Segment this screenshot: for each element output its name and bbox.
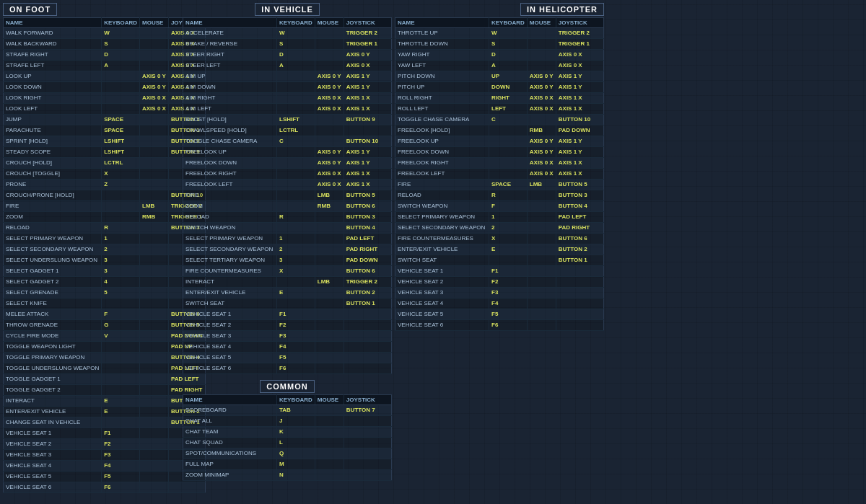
- table-cell: VEHICLE SEAT 1: [183, 309, 277, 320]
- table-cell: CHAT SQUAD: [183, 438, 277, 448]
- table-cell: [315, 320, 344, 331]
- table-row: STRAFE LEFTAAXIS 0 X: [4, 61, 206, 71]
- table-cell: F3: [489, 288, 528, 299]
- table-row: RELOADRBUTTON 3: [4, 223, 206, 234]
- table-cell: WALK FORWARD: [4, 28, 102, 39]
- table-row: SELECT GRENADE5: [4, 288, 206, 299]
- table-cell: FIRE: [395, 180, 489, 190]
- table-cell: [527, 201, 556, 212]
- table-cell: [140, 353, 169, 363]
- table-cell: RMB: [140, 212, 169, 223]
- table-cell: BUTTON 5: [344, 190, 391, 201]
- in-heli-col-mouse: MOUSE: [527, 18, 556, 28]
- table-cell: [315, 342, 344, 353]
- table-cell: [140, 266, 169, 277]
- table-cell: 3: [277, 255, 315, 266]
- table-cell: [140, 428, 169, 439]
- common-col-mouse: MOUSE: [315, 395, 344, 405]
- table-cell: [344, 459, 391, 470]
- table-cell: [344, 448, 391, 459]
- table-row: RELOADRBUTTON 3: [395, 190, 604, 201]
- table-cell: [556, 266, 603, 277]
- table-cell: G: [102, 320, 140, 331]
- on-foot-col-mouse: MOUSE: [140, 18, 169, 28]
- table-row: FULL MAPM: [183, 459, 392, 470]
- table-cell: THROTTLE UP: [395, 28, 489, 39]
- table-cell: AXIS 0 Y: [315, 147, 344, 158]
- table-row: ACCELERATEWTRIGGER 2: [183, 28, 392, 39]
- table-cell: LOOK RIGHT: [4, 93, 102, 104]
- table-cell: F5: [489, 309, 528, 320]
- table-cell: [527, 61, 556, 71]
- table-cell: F4: [489, 299, 528, 309]
- table-row: LOOK LEFTAXIS 0 XAXIS 1 X: [4, 104, 206, 115]
- table-cell: S: [277, 39, 315, 50]
- table-cell: FIRE COUNTERMEASURES: [395, 234, 489, 244]
- table-row: SELECT GADGET 13: [4, 266, 206, 277]
- table-cell: AXIS 1 Y: [344, 147, 391, 158]
- table-cell: [140, 331, 169, 342]
- table-cell: [556, 277, 603, 288]
- table-cell: S: [102, 39, 140, 50]
- table-cell: 1: [489, 212, 528, 223]
- table-row: CHAT TEAMK: [183, 427, 392, 438]
- table-cell: W: [102, 28, 140, 39]
- table-cell: 4: [102, 277, 140, 288]
- table-cell: THROTTLE DOWN: [395, 39, 489, 50]
- table-cell: AXIS 0 Y: [315, 158, 344, 169]
- table-cell: [277, 104, 315, 115]
- table-cell: [277, 147, 315, 158]
- table-cell: SELECT GADGET 2: [4, 277, 102, 288]
- table-cell: X: [489, 234, 528, 244]
- table-cell: BUTTON 2: [344, 288, 391, 299]
- table-cell: [315, 448, 344, 459]
- table-row: SWITCH WEAPONBUTTON 4: [183, 223, 392, 234]
- table-cell: F3: [102, 450, 140, 461]
- table-row: SELECT PRIMARY WEAPON1: [4, 234, 206, 244]
- table-cell: X: [102, 169, 140, 180]
- table-cell: [277, 158, 315, 169]
- table-cell: PRONE: [4, 180, 102, 190]
- table-row: VEHICLE SEAT 3F3: [4, 450, 206, 461]
- table-cell: AXIS 0 X: [344, 61, 391, 71]
- table-cell: [315, 299, 344, 309]
- table-cell: AXIS 1 X: [344, 180, 391, 190]
- table-row: ZOOM MINIMAPN: [183, 470, 392, 481]
- table-cell: AXIS 0 X: [140, 93, 169, 104]
- table-cell: VEHICLE SEAT 6: [183, 363, 277, 374]
- table-cell: E: [489, 244, 528, 255]
- table-cell: W: [277, 28, 315, 39]
- table-row: VEHICLE SEAT 6F6: [4, 482, 206, 493]
- table-cell: 1: [277, 234, 315, 244]
- table-cell: VEHICLE SEAT 3: [4, 450, 102, 461]
- table-cell: AXIS 0 Y: [344, 50, 391, 61]
- table-cell: K: [277, 427, 315, 438]
- table-cell: ZOOM: [4, 212, 102, 223]
- table-cell: A: [277, 61, 315, 71]
- in-heli-col-keyboard: KEYBOARD: [489, 18, 528, 28]
- table-row: ROLL LEFTLEFTAXIS 0 XAXIS 1 X: [395, 104, 604, 115]
- table-cell: AXIS 1 X: [344, 104, 391, 115]
- in-helicopter-table: NAME KEYBOARD MOUSE JOYSTICK THROTTLE UP…: [395, 17, 604, 331]
- table-cell: FREELOOK RIGHT: [395, 158, 489, 169]
- table-cell: C: [489, 115, 528, 125]
- table-cell: F3: [277, 331, 315, 342]
- table-cell: AXIS 1 X: [344, 169, 391, 180]
- table-cell: AIM UP: [183, 71, 277, 82]
- table-cell: [556, 309, 603, 320]
- table-cell: AXIS 0 Y: [140, 82, 169, 93]
- table-cell: TOGGLE GADGET 2: [4, 385, 102, 396]
- table-cell: [140, 255, 169, 266]
- table-cell: VEHICLE SEAT 2: [4, 439, 102, 450]
- table-cell: PAD DOWN: [344, 255, 391, 266]
- table-cell: TOGGLE CHASE CAMERA: [395, 115, 489, 125]
- table-cell: [277, 277, 315, 288]
- table-cell: [344, 309, 391, 320]
- table-cell: AXIS 0 Y: [527, 71, 556, 82]
- table-cell: BUTTON 3: [344, 212, 391, 223]
- table-cell: VEHICLE SEAT 3: [183, 331, 277, 342]
- table-cell: [527, 212, 556, 223]
- table-cell: F5: [277, 353, 315, 363]
- table-cell: SPACE: [102, 115, 140, 125]
- table-cell: 2: [102, 244, 140, 255]
